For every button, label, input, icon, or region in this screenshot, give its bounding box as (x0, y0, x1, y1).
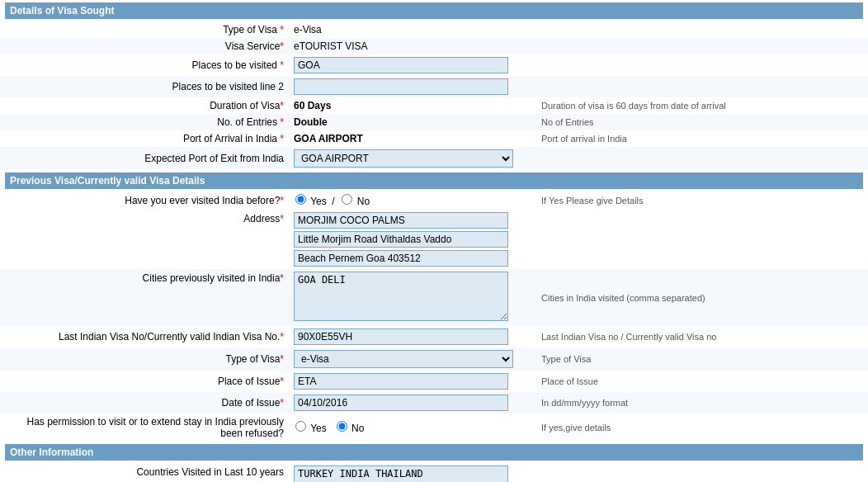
address-label: Address* (0, 210, 289, 269)
visited-before-label: Have you ever visited India before?* (0, 191, 289, 210)
port-exit-label: Expected Port of Exit from India (0, 147, 289, 170)
visited-no-label: No (357, 196, 370, 207)
place-issue-label: Place of Issue* (0, 371, 289, 392)
type-of-visa-value: e-Visa (289, 21, 536, 38)
visited-yes-radio[interactable] (295, 194, 306, 205)
port-arrival-help: Port of arrival in India (536, 130, 868, 147)
visa-service-label: Visa Service* (0, 38, 289, 54)
type-visa-prev-help: Type of Visa (536, 347, 868, 371)
date-issue-input[interactable] (294, 395, 508, 411)
type-visa-prev-label: Type of Visa* (0, 347, 289, 371)
entries-help: No of Entries (536, 114, 868, 130)
type-of-visa-help (536, 21, 868, 38)
places-label: Places to be visited * (0, 54, 289, 76)
place-issue-input-cell (289, 371, 536, 392)
visited-no-radio[interactable] (342, 194, 352, 205)
address-line2-input[interactable] (294, 231, 508, 248)
visited-before-options: Yes / No (289, 191, 536, 210)
permission-no-radio[interactable] (337, 421, 347, 432)
countries-label: Countries Visited in Last 10 years (0, 463, 289, 482)
section-header-visa-details: Details of Visa Sought (5, 2, 863, 19)
address-line3-input[interactable] (294, 250, 508, 267)
countries-input-cell: TURKEY INDIA THAILAND (289, 463, 536, 482)
date-issue-label: Date of Issue* (0, 392, 289, 413)
visa-service-value: eTOURIST VISA (289, 38, 536, 54)
port-exit-select-cell: GOA AIRPORT (289, 147, 536, 170)
permission-options: Yes No (289, 413, 536, 442)
permission-help: If yes,give details (536, 413, 868, 442)
entries-label: No. of Entries * (0, 114, 289, 130)
places-input[interactable] (294, 57, 508, 73)
place-issue-help: Place of Issue (536, 371, 868, 392)
permission-yes-label: Yes (310, 423, 327, 434)
duration-label: Duration of Visa* (0, 97, 289, 114)
address-inputs (289, 210, 536, 269)
type-visa-prev-select[interactable]: e-Visa Regular Business (294, 350, 513, 368)
section-header-previous-visa: Previous Visa/Currently valid Visa Detai… (5, 172, 863, 189)
port-exit-select[interactable]: GOA AIRPORT (294, 149, 513, 168)
port-arrival-value: GOA AIRPORT (289, 130, 536, 147)
permission-no-label: No (351, 423, 364, 434)
duration-help: Duration of visa is 60 days from date of… (536, 97, 868, 114)
section-header-other-info: Other Information (5, 444, 863, 461)
cities-textarea[interactable]: GOA DELI (294, 272, 508, 321)
entries-value: Double (289, 114, 536, 130)
places-input-cell (289, 54, 536, 76)
countries-textarea[interactable]: TURKEY INDIA THAILAND (294, 465, 508, 482)
permission-label: Has permission to visit or to extend sta… (0, 413, 289, 442)
duration-value: 60 Days (289, 97, 536, 114)
date-issue-help: In dd/mm/yyyy format (536, 392, 868, 413)
permission-yes-radio[interactable] (295, 421, 306, 432)
visa-no-input[interactable] (294, 328, 508, 345)
visa-no-label: Last Indian Visa No/Currently valid Indi… (0, 326, 289, 347)
address-line1-input[interactable] (294, 212, 508, 229)
place-issue-input[interactable] (294, 373, 508, 390)
places-line2-label: Places to be visited line 2 (0, 76, 289, 97)
visited-yes-label: Yes (310, 196, 327, 207)
cities-label: Cities previously visited in India* (0, 269, 289, 326)
type-of-visa-label: Type of Visa * (0, 21, 289, 38)
date-issue-input-cell (289, 392, 536, 413)
port-arrival-label: Port of Arrival in India * (0, 130, 289, 147)
places-line2-input-cell (289, 76, 536, 97)
type-visa-prev-select-cell: e-Visa Regular Business (289, 347, 536, 371)
cities-input-cell: GOA DELI (289, 269, 536, 326)
visa-no-input-cell (289, 326, 536, 347)
visited-before-help: If Yes Please give Details (536, 191, 868, 210)
cities-help: Cities in India visited (comma separated… (536, 269, 868, 326)
visa-no-help: Last Indian Visa no / Currently valid Vi… (536, 326, 868, 347)
places-line2-input[interactable] (294, 78, 508, 95)
